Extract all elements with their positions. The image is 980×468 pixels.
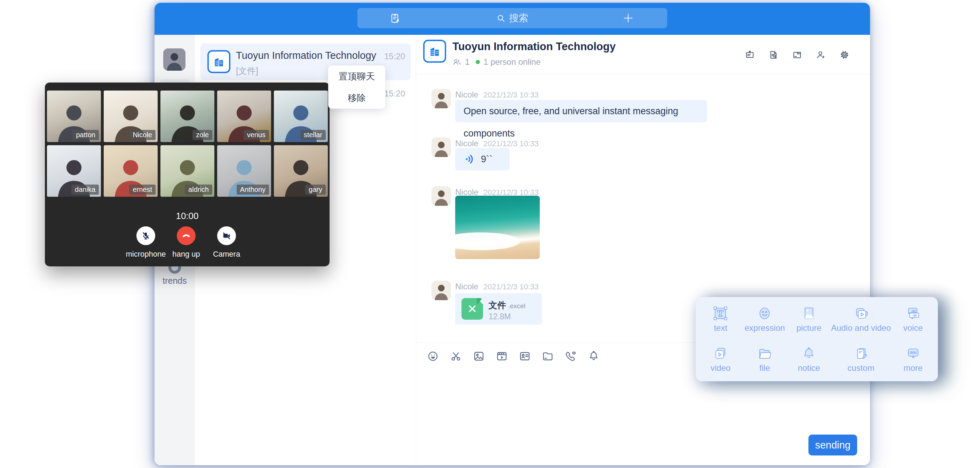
panel-item-expression[interactable]: expression: [743, 305, 787, 341]
conversation-title: Tuoyun Information Technology: [236, 50, 376, 61]
file-message-bubble[interactable]: ✕ 文件.excel 12.8M: [455, 293, 542, 324]
sender-avatar[interactable]: [431, 281, 451, 300]
members-icon: [452, 58, 461, 67]
contact-card-icon[interactable]: [519, 350, 531, 363]
panel-item-text[interactable]: text: [698, 305, 743, 341]
add-plus-icon[interactable]: [623, 13, 634, 24]
panel-item-picture[interactable]: picture: [787, 305, 831, 341]
menu-item-remove[interactable]: 移除: [328, 87, 385, 109]
panel-item-voice[interactable]: voice: [891, 305, 935, 341]
panel-item-custom[interactable]: custom: [831, 345, 891, 381]
participant-tile[interactable]: danika: [47, 145, 101, 197]
voice-duration: 9``: [481, 154, 492, 165]
bell-icon[interactable]: [587, 350, 600, 363]
microphone-control[interactable]: microphone: [127, 226, 165, 259]
panel-item-notice[interactable]: notice: [787, 345, 831, 381]
chat-history-search-icon[interactable]: [768, 50, 779, 60]
add-member-icon[interactable]: [815, 50, 826, 60]
participant-tile[interactable]: zole: [161, 91, 215, 142]
audio-video-icon: [853, 305, 869, 321]
voice-panel-icon: [905, 305, 921, 321]
sender-name: Nicole: [455, 282, 479, 291]
camera-label: Camera: [213, 250, 240, 259]
text-icon: [713, 305, 729, 321]
emoji-icon[interactable]: [427, 350, 439, 363]
more-icon: [905, 345, 921, 361]
participant-tile[interactable]: patton: [47, 91, 101, 142]
conversation-time: 15:20: [384, 51, 405, 61]
chat-subheader: 1 1 person online: [452, 57, 541, 67]
hangup-control[interactable]: hang up: [167, 226, 205, 259]
sender-avatar[interactable]: [431, 137, 451, 157]
file-archive-icon[interactable]: [792, 50, 802, 60]
sender-avatar[interactable]: [431, 89, 451, 108]
search-field[interactable]: 搜索: [357, 8, 667, 28]
send-button[interactable]: sending: [808, 434, 857, 455]
menu-item-pin-chat[interactable]: 置顶聊天: [328, 65, 385, 87]
excel-file-icon: ✕: [461, 298, 483, 319]
participant-tile[interactable]: gary: [274, 145, 328, 197]
notice-bell-icon: [801, 345, 817, 361]
panel-item-video[interactable]: video: [698, 345, 743, 381]
participant-name: aldrich: [185, 185, 212, 195]
panel-item-audio-video[interactable]: Audio and video: [831, 305, 891, 341]
voice-message-bubble[interactable]: 9``: [455, 148, 509, 170]
file-size: 12.8M: [488, 312, 511, 321]
camera-control[interactable]: Camera: [207, 226, 246, 259]
image-message-beach[interactable]: [455, 196, 540, 259]
chat-panel: Tuoyun Information Technology 1 1 person…: [416, 35, 870, 465]
my-avatar[interactable]: [163, 48, 186, 71]
participant-tile[interactable]: Nicole: [104, 91, 158, 142]
message-time: 2021/12/3 10:33: [484, 283, 539, 291]
search-bar[interactable]: 搜索: [357, 8, 667, 28]
video-call-overlay: patton Nicole zole venus stellar danika …: [45, 83, 329, 267]
participant-name: venus: [243, 130, 269, 140]
participant-name: zole: [192, 130, 212, 140]
participant-name: stellar: [300, 130, 326, 140]
org-avatar: [423, 40, 446, 63]
search-placeholder: 搜索: [509, 11, 529, 25]
participant-tile[interactable]: venus: [217, 91, 271, 142]
hangup-label: hang up: [172, 250, 200, 259]
online-dot: [476, 60, 480, 64]
message-type-panel: text expression picture Audio and video: [696, 297, 938, 381]
participant-name: danika: [72, 185, 99, 195]
mic-muted-icon: [141, 231, 151, 241]
participant-tile[interactable]: ernest: [104, 145, 158, 197]
chat-header: Tuoyun Information Technology 1 1 person…: [416, 35, 870, 75]
microphone-label: microphone: [126, 250, 166, 259]
picture-icon[interactable]: [473, 350, 485, 363]
sidebar-item-trends[interactable]: trends: [154, 276, 195, 286]
participant-name: patton: [72, 130, 99, 140]
text-message-bubble[interactable]: Open source, free, and universal instant…: [455, 100, 707, 122]
building-icon: [212, 55, 226, 69]
participant-name: Anthony: [237, 185, 269, 195]
panel-item-more[interactable]: more: [891, 345, 935, 381]
sender-avatar[interactable]: [431, 186, 451, 206]
message-meta: Nicole 2021/12/3 10:33: [455, 282, 539, 291]
message-meta: Nicole 2021/12/3 10:33: [455, 90, 539, 100]
file-name: 文件: [488, 300, 506, 310]
expression-icon: [757, 305, 773, 321]
sender-name: Nicole: [455, 139, 479, 149]
participant-tile[interactable]: Anthony: [217, 145, 271, 197]
picture-panel-icon: [801, 305, 817, 321]
participant-tile[interactable]: stellar: [274, 91, 328, 142]
custom-icon: [853, 345, 869, 361]
panel-item-file[interactable]: file: [743, 345, 787, 381]
org-avatar: [207, 50, 231, 73]
titlebar: 搜索: [154, 3, 870, 35]
announcement-icon[interactable]: [745, 50, 755, 60]
message-meta: Nicole 2021/12/3 10:33: [455, 139, 539, 149]
video-call-icon[interactable]: [565, 350, 577, 363]
settings-gear-icon[interactable]: [839, 50, 850, 60]
screenshot-scissors-icon[interactable]: [450, 350, 462, 363]
online-status: 1 person online: [484, 57, 541, 67]
participant-grid: patton Nicole zole venus stellar danika …: [47, 91, 328, 197]
folder-icon[interactable]: [541, 350, 554, 363]
participant-name: Nicole: [129, 130, 156, 140]
video-clapper-icon[interactable]: [496, 350, 508, 363]
conversation-last-message: [文件]: [236, 65, 258, 77]
participant-tile[interactable]: aldrich: [161, 145, 215, 197]
search-icon: [496, 14, 506, 23]
